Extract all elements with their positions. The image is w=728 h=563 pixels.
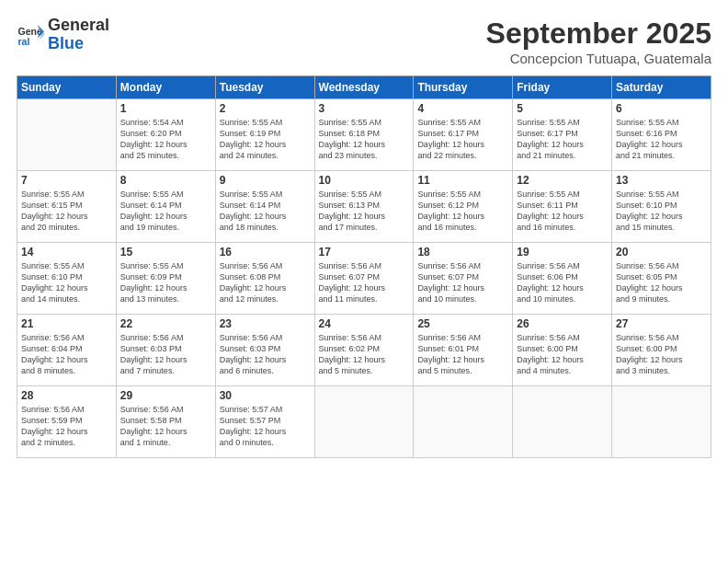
info-line-3: and 16 minutes. (417, 223, 476, 232)
day-number: 4 (417, 102, 508, 115)
info-line-3: and 14 minutes. (21, 294, 80, 304)
day-cell-26: 26Sunrise: 5:56 AMSunset: 6:00 PMDayligh… (513, 315, 612, 386)
info-line-1: Sunset: 6:15 PM (21, 201, 83, 210)
day-info: Sunrise: 5:55 AMSunset: 6:10 PMDaylight:… (616, 189, 707, 234)
info-line-2: Daylight: 12 hours (417, 212, 484, 221)
day-number: 29 (120, 389, 211, 402)
info-line-3: and 12 minutes. (220, 294, 279, 304)
info-line-3: and 18 minutes. (220, 223, 279, 232)
info-line-2: Daylight: 12 hours (616, 283, 683, 293)
day-info: Sunrise: 5:55 AMSunset: 6:14 PMDaylight:… (120, 189, 211, 234)
week-row-2: 7Sunrise: 5:55 AMSunset: 6:15 PMDaylight… (17, 171, 711, 243)
day-cell-3: 3Sunrise: 5:55 AMSunset: 6:18 PMDaylight… (314, 99, 414, 171)
day-info: Sunrise: 5:55 AMSunset: 6:17 PMDaylight:… (517, 117, 608, 162)
info-line-1: Sunset: 6:13 PM (319, 201, 381, 210)
info-line-2: Daylight: 12 hours (319, 140, 386, 149)
info-line-2: Daylight: 12 hours (517, 212, 584, 221)
day-number: 14 (21, 246, 112, 259)
location: Concepcion Tutuapa, Guatemala (486, 51, 711, 66)
day-info: Sunrise: 5:56 AMSunset: 5:59 PMDaylight:… (21, 404, 112, 449)
day-info: Sunrise: 5:55 AMSunset: 6:09 PMDaylight:… (120, 260, 211, 305)
info-line-3: and 22 minutes. (417, 151, 476, 160)
info-line-2: Daylight: 12 hours (417, 140, 484, 149)
week-row-3: 14Sunrise: 5:55 AMSunset: 6:10 PMDayligh… (17, 243, 711, 315)
day-info: Sunrise: 5:55 AMSunset: 6:17 PMDaylight:… (417, 117, 508, 162)
info-line-0: Sunrise: 5:56 AM (417, 333, 481, 342)
info-line-1: Sunset: 6:10 PM (21, 272, 83, 282)
info-line-1: Sunset: 6:07 PM (417, 272, 479, 282)
info-line-3: and 15 minutes. (616, 223, 675, 232)
day-cell-11: 11Sunrise: 5:55 AMSunset: 6:12 PMDayligh… (414, 171, 513, 243)
info-line-1: Sunset: 6:18 PM (319, 129, 381, 138)
info-line-0: Sunrise: 5:56 AM (120, 333, 184, 342)
day-cell-14: 14Sunrise: 5:55 AMSunset: 6:10 PMDayligh… (17, 243, 117, 315)
day-cell-1: 1Sunrise: 5:54 AMSunset: 6:20 PMDaylight… (116, 99, 215, 171)
info-line-3: and 21 minutes. (616, 151, 675, 160)
info-line-2: Daylight: 12 hours (220, 283, 287, 293)
info-line-3: and 23 minutes. (319, 151, 378, 160)
info-line-2: Daylight: 12 hours (120, 140, 188, 149)
info-line-1: Sunset: 5:59 PM (21, 416, 83, 425)
day-cell-20: 20Sunrise: 5:56 AMSunset: 6:05 PMDayligh… (612, 243, 711, 315)
info-line-2: Daylight: 12 hours (120, 283, 188, 293)
day-cell-7: 7Sunrise: 5:55 AMSunset: 6:15 PMDaylight… (17, 171, 117, 243)
logo: Gene ral General Blue (17, 17, 109, 53)
day-cell-8: 8Sunrise: 5:55 AMSunset: 6:14 PMDaylight… (116, 171, 215, 243)
col-header-sunday: Sunday (17, 76, 117, 99)
col-header-saturday: Saturday (612, 76, 711, 99)
day-cell-9: 9Sunrise: 5:55 AMSunset: 6:14 PMDaylight… (215, 171, 314, 243)
day-number: 21 (21, 317, 112, 330)
day-info: Sunrise: 5:55 AMSunset: 6:10 PMDaylight:… (21, 260, 112, 305)
info-line-3: and 5 minutes. (319, 366, 373, 375)
info-line-2: Daylight: 12 hours (319, 283, 386, 293)
info-line-0: Sunrise: 5:55 AM (220, 190, 283, 199)
info-line-3: and 13 minutes. (120, 294, 179, 304)
day-number: 17 (319, 246, 410, 259)
info-line-1: Sunset: 6:05 PM (616, 272, 677, 282)
day-info: Sunrise: 5:55 AMSunset: 6:19 PMDaylight:… (220, 117, 311, 162)
day-number: 20 (616, 246, 707, 259)
svg-text:ral: ral (18, 35, 30, 46)
day-info: Sunrise: 5:56 AMSunset: 6:08 PMDaylight:… (220, 260, 311, 305)
info-line-0: Sunrise: 5:55 AM (517, 190, 580, 199)
info-line-3: and 0 minutes. (220, 438, 274, 447)
info-line-1: Sunset: 6:14 PM (120, 201, 182, 210)
info-line-3: and 19 minutes. (120, 223, 179, 232)
day-cell-34 (612, 386, 711, 458)
col-header-friday: Friday (513, 76, 612, 99)
title-block: September 2025 Concepcion Tutuapa, Guate… (486, 17, 711, 66)
day-number: 5 (517, 102, 608, 115)
day-info: Sunrise: 5:55 AMSunset: 6:13 PMDaylight:… (319, 189, 410, 234)
col-header-thursday: Thursday (414, 76, 513, 99)
info-line-3: and 21 minutes. (517, 151, 575, 160)
day-cell-31 (314, 386, 414, 458)
day-info: Sunrise: 5:55 AMSunset: 6:14 PMDaylight:… (220, 189, 311, 234)
info-line-2: Daylight: 12 hours (417, 355, 484, 364)
day-cell-30: 30Sunrise: 5:57 AMSunset: 5:57 PMDayligh… (215, 386, 314, 458)
info-line-3: and 10 minutes. (417, 294, 476, 304)
info-line-3: and 10 minutes. (517, 294, 575, 304)
day-cell-12: 12Sunrise: 5:55 AMSunset: 6:11 PMDayligh… (513, 171, 612, 243)
day-cell-4: 4Sunrise: 5:55 AMSunset: 6:17 PMDaylight… (414, 99, 513, 171)
day-info: Sunrise: 5:56 AMSunset: 6:04 PMDaylight:… (21, 332, 112, 377)
info-line-0: Sunrise: 5:54 AM (120, 118, 184, 127)
day-cell-6: 6Sunrise: 5:55 AMSunset: 6:16 PMDaylight… (612, 99, 711, 171)
day-number: 10 (319, 174, 410, 187)
day-number: 27 (616, 317, 707, 330)
day-info: Sunrise: 5:55 AMSunset: 6:16 PMDaylight:… (616, 117, 707, 162)
day-info: Sunrise: 5:56 AMSunset: 6:07 PMDaylight:… (319, 260, 410, 305)
day-cell-15: 15Sunrise: 5:55 AMSunset: 6:09 PMDayligh… (116, 243, 215, 315)
info-line-2: Daylight: 12 hours (120, 355, 188, 364)
logo-line1: General (48, 17, 109, 35)
info-line-0: Sunrise: 5:56 AM (21, 333, 85, 342)
info-line-0: Sunrise: 5:55 AM (616, 190, 679, 199)
info-line-1: Sunset: 5:58 PM (120, 416, 182, 425)
info-line-0: Sunrise: 5:56 AM (417, 261, 481, 270)
day-info: Sunrise: 5:56 AMSunset: 6:06 PMDaylight:… (517, 260, 608, 305)
day-cell-25: 25Sunrise: 5:56 AMSunset: 6:01 PMDayligh… (414, 315, 513, 386)
day-number: 23 (220, 317, 311, 330)
day-cell-24: 24Sunrise: 5:56 AMSunset: 6:02 PMDayligh… (314, 315, 414, 386)
info-line-0: Sunrise: 5:56 AM (21, 405, 85, 414)
info-line-2: Daylight: 12 hours (21, 355, 88, 364)
day-number: 25 (417, 317, 508, 330)
